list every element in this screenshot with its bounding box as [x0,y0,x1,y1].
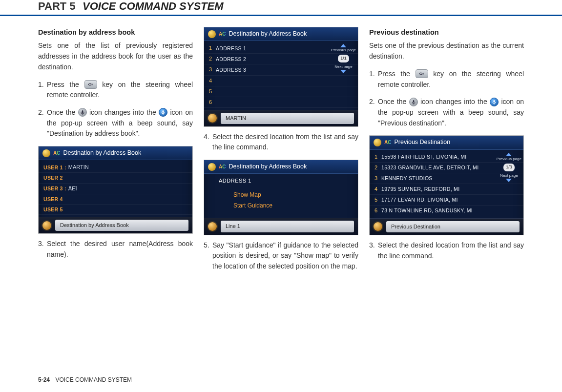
column-1: Destination by address book Sets one of … [38,27,193,279]
step-3: 3. Select the desired location from the … [369,240,524,261]
step-text: Once the [378,98,409,105]
ac-badge: AC [53,149,60,157]
pager-count: 1/1 [338,55,349,62]
ring-icon [374,222,382,231]
list-item: 6 [204,97,358,108]
list-item: 4 [204,76,358,86]
list-item: USER 5 [39,205,192,215]
svg-rect-1 [163,110,164,113]
option-start-guidance: Start Guidance [233,201,358,210]
step-4: 4. Select the desired location from the … [204,132,358,153]
footer-pill: Previous Destination [386,221,520,232]
pager: Previous page 1/3 Next page [497,153,521,182]
step-number: 2. [369,97,378,128]
voice-key-icon [84,80,97,89]
mic-idle-icon [409,98,418,106]
ac-badge: AC [384,139,391,146]
list-item: USER 3 :ÄËÏ [39,184,192,194]
screen-header-icon [374,139,381,146]
screen-title: Destination by Address Book [229,29,307,39]
chevron-up-icon [506,153,512,156]
column-3: Previous destination Sets one of the pre… [369,27,524,279]
step-5: 5. Say "Start guidance" if guidance to t… [204,240,358,272]
screenshot-user-list: AC Destination by Address Book USER 1 :M… [38,146,193,234]
footer-pill: Destination by Address Book [55,220,188,231]
svg-rect-0 [82,110,83,113]
list-item: 673 N TOWNLINE RD, SANDUSKY, MI [370,206,523,216]
screen-header-icon [42,149,50,157]
section-intro: Sets one of the list of previously regis… [38,41,193,72]
step-text: Once the [47,108,78,116]
screen-header-icon [208,30,216,38]
step-text: Select the desired location from the lis… [212,132,358,153]
screen-body: USER 1 :MARTIN USER 2 USER 3 :ÄËÏ USER 4… [39,160,192,217]
step-number: 3. [38,239,47,260]
step-number: 4. [204,132,212,153]
screenshot-address-list: AC Destination by Address Book 1ADDRESS … [204,27,358,127]
page-number: 5-24 [38,376,50,383]
mic-active-icon [490,98,499,106]
step-number: 1. [369,69,378,90]
list-item: 517177 LEVAN RD, LIVONIA, MI [370,195,523,206]
column-2: AC Destination by Address Book 1ADDRESS … [204,27,358,279]
screen-header: AC Destination by Address Book [204,160,358,174]
pager-prev-label: Previous page [497,157,521,161]
chevron-down-icon [506,179,512,182]
screen-body: ADDRESS 1 Show Map Start Guidance [204,174,358,218]
footer-pill: Line 1 [221,221,354,232]
screen-header: AC Destination by Address Book [204,27,358,41]
screen-header-icon [208,163,216,171]
voice-key-icon [416,69,428,78]
mic-active-icon [159,108,167,117]
screen-title: Destination by Address Book [63,148,141,158]
screen-header: AC Destination by Address Book [39,146,192,160]
mic-idle-icon [78,108,87,117]
ring-icon [208,114,217,123]
step-text: Press the [47,81,84,88]
pager: Previous page 1/1 Next page [331,44,356,73]
step-text: Select the desired user name(Address boo… [47,239,193,260]
pager-next-label: Next page [334,65,352,69]
chevron-down-icon [340,70,346,73]
screenshot-previous-destination: AC Previous Destination 115598 FAIRFIELD… [369,135,524,235]
selected-address: ADDRESS 1 [219,177,358,185]
screen-footer: Previous Destination [370,218,523,235]
page-header: PART 5 VOICE COMMAND SYSTEM [0,0,562,16]
svg-rect-3 [494,100,495,103]
step-text: icon changes into the [420,98,490,105]
step-3: 3. Select the desired user name(Address … [38,239,193,260]
chevron-up-icon [340,44,346,47]
footer-label: VOICE COMMAND SYSTEM [55,376,132,383]
ac-badge: AC [219,30,226,38]
list-item: USER 4 [39,194,192,205]
screen-body: 115598 FAIRFIELD ST, LIVONIA, MI 215323 … [370,150,523,218]
screenshot-guidance: AC Destination by Address Book ADDRESS 1… [204,160,358,235]
ring-icon [208,222,217,231]
step-number: 5. [204,240,212,272]
section-heading: Destination by address book [38,27,193,38]
svg-rect-2 [413,100,414,103]
screen-body: 1ADDRESS 1 2ADDRESS 2 3ADDRESS 3 4 5 6 P… [204,41,358,109]
step-text: Select the desired location from the lis… [378,240,524,261]
step-1: 1. Press the key on the steering wheel r… [38,80,193,101]
step-text: icon changes into the [89,108,159,116]
content-columns: Destination by address book Sets one of … [0,27,562,279]
step-2: 2. Once the icon changes into the icon o… [369,97,524,128]
list-item: 5 [204,86,358,97]
list-item: USER 1 :MARTIN [39,162,192,173]
screen-title: Previous Destination [394,138,450,147]
footer-pill: MARTIN [221,113,354,124]
step-2: 2. Once the icon changes into the icon o… [38,107,193,139]
screen-footer: Destination by Address Book [39,217,192,233]
section-heading: Previous destination [369,27,524,38]
step-text: Press the [378,70,416,78]
screen-header: AC Previous Destination [370,136,523,149]
screen-footer: MARTIN [204,110,358,126]
page-footer: 5-24 VOICE COMMAND SYSTEM [38,376,132,383]
list-item: 419795 SUMNER, REDFORD, MI [370,184,523,195]
pager-count: 1/3 [503,164,515,171]
pager-prev-label: Previous page [331,48,356,52]
option-show-map: Show Map [233,190,358,200]
screen-title: Destination by Address Book [229,162,307,171]
ac-badge: AC [219,163,226,171]
